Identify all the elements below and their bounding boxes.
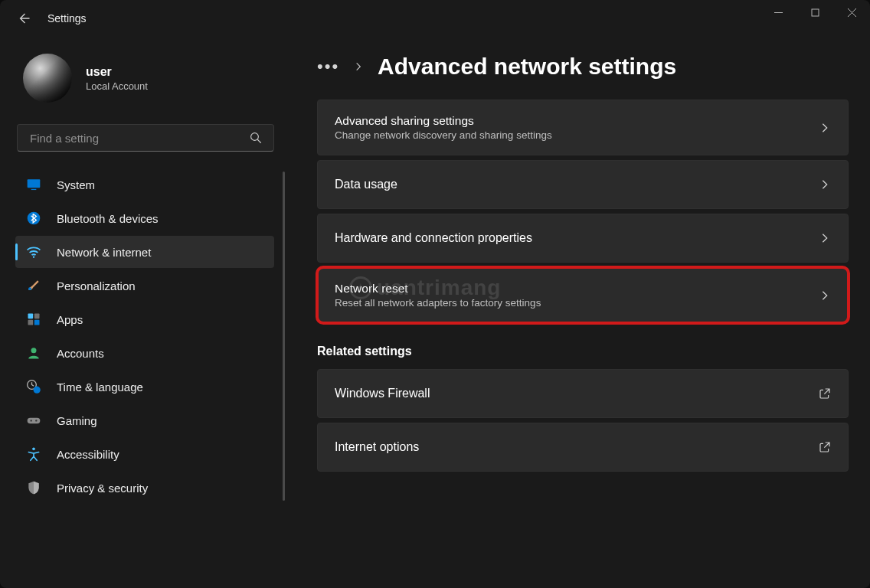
card-advanced-sharing[interactable]: Advanced sharing settings Change network…	[317, 100, 849, 155]
wifi-icon	[26, 244, 41, 260]
search-box[interactable]	[17, 124, 274, 152]
card-network-reset[interactable]: Network reset Reset all network adapters…	[317, 267, 849, 323]
sidebar-item-label: Gaming	[57, 414, 97, 427]
sidebar-item-accounts[interactable]: Accounts	[15, 337, 274, 369]
avatar	[23, 54, 72, 103]
back-button[interactable]	[17, 11, 31, 25]
apps-icon	[26, 312, 41, 327]
person-icon	[26, 345, 41, 361]
sidebar-item-gaming[interactable]: Gaming	[15, 404, 274, 436]
sidebar-item-label: Personalization	[57, 279, 136, 292]
sidebar-item-label: Accounts	[57, 347, 104, 360]
window-controls	[760, 0, 870, 24]
app-title: Settings	[47, 12, 87, 24]
sidebar-item-label: Apps	[57, 313, 83, 326]
chevron-right-icon	[353, 61, 364, 72]
user-profile[interactable]: user Local Account	[15, 46, 285, 124]
window-close-button[interactable]	[833, 0, 870, 24]
sidebar-item-label: Accessibility	[57, 448, 119, 461]
sidebar-item-label: Bluetooth & devices	[57, 212, 159, 225]
svg-point-16	[35, 420, 37, 421]
sidebar-item-privacy[interactable]: Privacy & security	[15, 472, 274, 504]
card-hardware-properties[interactable]: Hardware and connection properties	[317, 214, 849, 263]
clock-globe-icon	[26, 379, 41, 394]
sidebar-item-label: Privacy & security	[57, 482, 148, 495]
svg-rect-8	[34, 314, 40, 319]
svg-point-6	[28, 287, 31, 290]
sidebar-item-label: Network & internet	[57, 246, 151, 259]
sidebar-item-label: Time & language	[57, 381, 143, 394]
breadcrumb: ••• Advanced network settings	[317, 54, 849, 80]
card-title: Windows Firewall	[335, 387, 430, 400]
sidebar-item-apps[interactable]: Apps	[15, 303, 274, 335]
svg-rect-0	[812, 9, 819, 16]
user-name: user	[86, 65, 148, 79]
main-content: ••• Advanced network settings Advanced s…	[291, 37, 870, 588]
shield-icon	[26, 480, 41, 495]
sidebar-item-network[interactable]: Network & internet	[15, 236, 274, 268]
sidebar-item-accessibility[interactable]: Accessibility	[15, 438, 274, 470]
page-title: Advanced network settings	[378, 54, 676, 80]
external-link-icon	[819, 387, 831, 400]
svg-rect-10	[34, 320, 40, 325]
brush-icon	[26, 278, 41, 293]
sidebar-item-time-language[interactable]: Time & language	[15, 371, 274, 403]
sidebar-item-bluetooth[interactable]: Bluetooth & devices	[15, 202, 274, 234]
card-title: Network reset	[335, 282, 541, 296]
svg-rect-3	[31, 189, 37, 190]
sidebar-item-personalization[interactable]: Personalization	[15, 270, 274, 302]
sidebar-item-label: System	[57, 178, 95, 191]
svg-point-1	[251, 133, 259, 141]
svg-point-17	[32, 448, 35, 451]
svg-rect-9	[28, 320, 34, 325]
user-account-type: Local Account	[86, 80, 148, 92]
svg-point-13	[34, 387, 41, 394]
chevron-right-icon	[819, 178, 831, 191]
card-data-usage[interactable]: Data usage	[317, 160, 849, 209]
card-title: Hardware and connection properties	[335, 231, 532, 245]
card-subtitle: Reset all network adapters to factory se…	[335, 297, 541, 309]
svg-point-5	[33, 256, 34, 258]
svg-rect-2	[28, 179, 41, 188]
card-title: Advanced sharing settings	[335, 114, 552, 128]
card-title: Data usage	[335, 178, 397, 191]
sidebar-nav: System Bluetooth & devices Network & int…	[15, 168, 285, 504]
related-settings-heading: Related settings	[317, 345, 849, 358]
svg-point-11	[31, 348, 37, 353]
card-title: Internet options	[335, 440, 419, 454]
card-windows-firewall[interactable]: Windows Firewall	[317, 369, 849, 418]
window-minimize-button[interactable]	[760, 0, 796, 24]
chevron-right-icon	[819, 232, 831, 244]
card-subtitle: Change network discovery and sharing set…	[335, 129, 552, 141]
window-maximize-button[interactable]	[796, 0, 833, 24]
search-input[interactable]	[28, 131, 249, 145]
card-internet-options[interactable]: Internet options	[317, 423, 849, 472]
svg-point-15	[31, 420, 32, 421]
gamepad-icon	[26, 413, 41, 428]
bluetooth-icon	[26, 211, 41, 226]
svg-rect-14	[28, 418, 41, 424]
sidebar: user Local Account System	[0, 37, 291, 588]
monitor-icon	[26, 177, 41, 192]
chevron-right-icon	[819, 289, 831, 302]
external-link-icon	[819, 441, 831, 453]
sidebar-item-system[interactable]: System	[15, 168, 274, 201]
search-icon	[249, 131, 263, 145]
accessibility-icon	[26, 446, 41, 462]
chevron-right-icon	[819, 122, 831, 134]
svg-rect-7	[28, 314, 34, 319]
